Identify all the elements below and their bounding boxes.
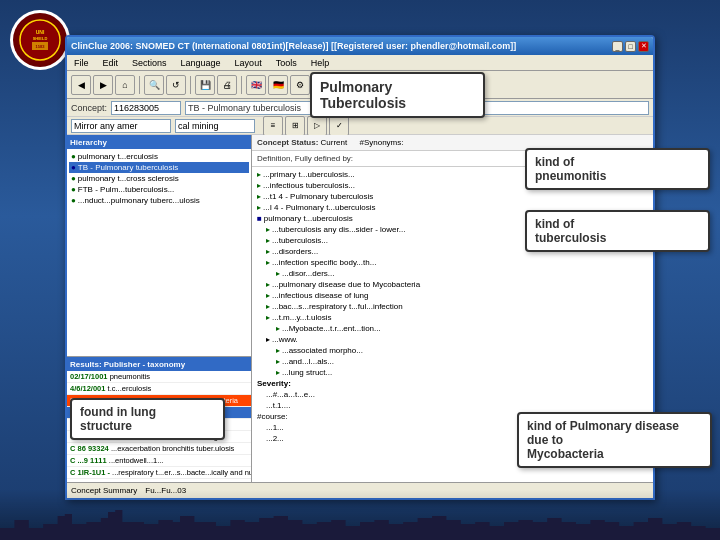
ri-dot-11: ▸ [266, 280, 270, 289]
ri-dot-8: ▸ [266, 247, 270, 256]
ri-dot-2: ▸ [257, 181, 261, 190]
tree-item-tb-pulmonary[interactable]: ● TB - Pulmonary tuberculosis [69, 162, 249, 173]
right-tree-item-morpho[interactable]: ▸ ...associated morpho... [254, 345, 651, 356]
toolbar-flag-2[interactable]: 🇩🇪 [268, 75, 288, 95]
result-row-9[interactable]: C 1IR-1U1 - ...respiratory t...er...s...… [67, 467, 251, 479]
view-btn-4[interactable]: ✓ [329, 116, 349, 136]
toolbar-separator-2 [190, 76, 191, 94]
right-tree-item-15[interactable]: ▸ ...Myobacte...t.r...ent...tion... [254, 323, 651, 334]
menu-help[interactable]: Help [308, 58, 333, 68]
callout-kind-of-tuberculosis: kind of tuberculosis [525, 210, 710, 252]
toolbar-back[interactable]: ◀ [71, 75, 91, 95]
mirror-input[interactable] [71, 119, 171, 133]
view-btn-1[interactable]: ≡ [263, 116, 283, 136]
right-tree-severity: Severity: [254, 378, 651, 389]
right-tree-item-10[interactable]: ▸ ...disor...ders... [254, 268, 651, 279]
menu-language[interactable]: Language [178, 58, 224, 68]
second-row: ≡ ⊞ ▷ ✓ [67, 117, 653, 135]
menu-edit[interactable]: Edit [100, 58, 122, 68]
toolbar-forward[interactable]: ▶ [93, 75, 113, 95]
menu-layout[interactable]: Layout [232, 58, 265, 68]
right-tree-item-www[interactable]: ▸ ...www. [254, 334, 651, 345]
callout-found-in-lung: found in lung structure [70, 398, 225, 440]
ri-dot-18: ▸ [276, 357, 280, 366]
dot-icon-5: ● [71, 196, 76, 205]
ri-dot-12: ▸ [266, 291, 270, 300]
toolbar-separator-1 [139, 76, 140, 94]
menu-bar: File Edit Sections Language Layout Tools… [67, 55, 653, 71]
concept-id-input[interactable] [111, 101, 181, 115]
logo-circle: UNI SHIELD 1583 [13, 13, 67, 67]
callout-kind-of-pneumonitis: kind of pneumonitis [525, 148, 710, 190]
view-btn-2[interactable]: ⊞ [285, 116, 305, 136]
title-bar: ClinClue 2006: SNOMED CT (International … [67, 37, 653, 55]
right-tree-item-infectious-lung[interactable]: ▸ ...infectious disease of lung [254, 290, 651, 301]
right-tree-item-lung-struct[interactable]: ▸ ...lung struct... [254, 367, 651, 378]
toolbar-flag-1[interactable]: 🇬🇧 [246, 75, 266, 95]
svg-text:UNI: UNI [36, 29, 45, 35]
right-tree-item-9[interactable]: ▸ ...infection specific body...th... [254, 257, 651, 268]
university-logo: UNI SHIELD 1583 [10, 10, 70, 70]
right-tree-sev-2[interactable]: ...t.1.... [254, 400, 651, 411]
hierarchy-header: Hierarchy [67, 135, 251, 149]
city-silhouette [0, 500, 720, 540]
window-controls: _ □ ✕ [612, 41, 649, 52]
ri-dot-15: ▸ [276, 324, 280, 333]
ri-dot-7: ▸ [266, 236, 270, 245]
menu-file[interactable]: File [71, 58, 92, 68]
menu-sections[interactable]: Sections [129, 58, 170, 68]
dot-icon-4: ● [71, 185, 76, 194]
tree-item-4[interactable]: ● FTB - Pulm...tuberculosis... [69, 184, 249, 195]
result-row-2[interactable]: 4/6/12/001 t.c...erculosis [67, 383, 251, 395]
tree-item-3[interactable]: ● pulmonary t...cross sclerosis [69, 173, 249, 184]
toolbar-refresh[interactable]: ↺ [166, 75, 186, 95]
ri-dot-19: ▸ [276, 368, 280, 377]
ri-dot-1: ▸ [257, 170, 261, 179]
ri-dot-10: ▸ [276, 269, 280, 278]
ri-dot-4: ▸ [257, 203, 261, 212]
right-tree-item-3[interactable]: ▸ ...t1 4 - Pulmonary tuberculosis [254, 191, 651, 202]
dot-icon-3: ● [71, 174, 76, 183]
toolbar-search[interactable]: 🔍 [144, 75, 164, 95]
right-tree-item-pulmonary-myco[interactable]: ▸ ...pulmonary disease due to Mycobacter… [254, 279, 651, 290]
toolbar-settings[interactable]: ⚙ [290, 75, 310, 95]
result-row-exacerbation[interactable]: C 86 93324 ...exacerbation bronchitis tu… [67, 443, 251, 455]
ri-dot-13: ▸ [266, 302, 270, 311]
right-tree-item-13[interactable]: ▸ ...bac...s...respiratory t...ful...inf… [254, 301, 651, 312]
right-tree-item-als[interactable]: ▸ ...and...l...als... [254, 356, 651, 367]
view-btn-3[interactable]: ▷ [307, 116, 327, 136]
toolbar-print[interactable]: 🖨 [217, 75, 237, 95]
concept-status-label: Concept Status: [257, 138, 321, 147]
definition-label: Definition, Fully defined by: [257, 154, 353, 163]
dot-icon-1: ● [71, 152, 76, 161]
callout-pulmonary-tuberculosis: Pulmonary Tuberculosis [310, 72, 485, 118]
ri-dot-9: ▸ [266, 258, 270, 267]
maximize-button[interactable]: □ [625, 41, 636, 52]
toolbar-save[interactable]: 💾 [195, 75, 215, 95]
right-tree-sev-1[interactable]: ...#...a...t...e... [254, 389, 651, 400]
dot-icon-selected: ● [71, 163, 76, 172]
right-tree-item-14[interactable]: ▸ ...t.m...y...t.ulosis [254, 312, 651, 323]
close-button[interactable]: ✕ [638, 41, 649, 52]
left-panel: Hierarchy ● pulmonary t...erculosis ● TB… [67, 135, 252, 496]
tree-item-5[interactable]: ● ...nduct...pulmonary tuberc...ulosis [69, 195, 249, 206]
svg-text:SHIELD: SHIELD [33, 36, 48, 41]
ri-dot-14: ▸ [266, 313, 270, 322]
concept-status-value: Current [321, 138, 348, 147]
synonyms-label: #Synonyms: [359, 138, 403, 147]
ri-dot-16: ▸ [266, 335, 270, 344]
ri-dot-5: ■ [257, 214, 262, 223]
callout-kind-of-pulmonary-mycobacteria: kind of Pulmonary disease due to Mycobac… [517, 412, 712, 468]
ri-dot-17: ▸ [276, 346, 280, 355]
toolbar-home[interactable]: ⌂ [115, 75, 135, 95]
minimize-button[interactable]: _ [612, 41, 623, 52]
result-row-1[interactable]: 02/17/1001 pneumonitis [67, 371, 251, 383]
tree-item-1[interactable]: ● pulmonary t...erculosis [69, 151, 249, 162]
svg-text:1583: 1583 [36, 44, 46, 49]
results-header: Results: Publisher - taxonomy [67, 357, 251, 371]
result-row-8[interactable]: C ...9 1111 ...entodwell...1... [67, 455, 251, 467]
toolbar-separator-3 [241, 76, 242, 94]
app-title: ClinClue 2006: SNOMED CT (International … [71, 41, 516, 51]
cal-input[interactable] [175, 119, 255, 133]
menu-tools[interactable]: Tools [273, 58, 300, 68]
